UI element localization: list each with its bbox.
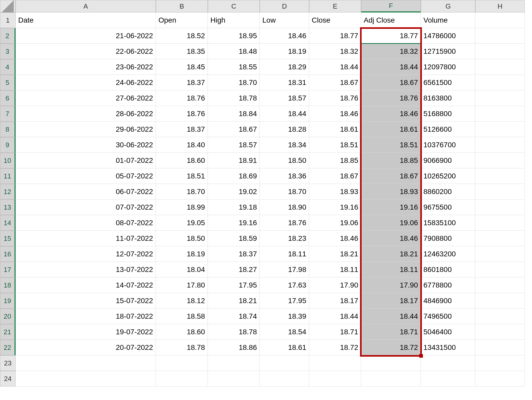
cell-B18[interactable]: 17.80 (156, 277, 208, 293)
cell-E19[interactable]: 18.17 (309, 293, 361, 309)
cell-A2[interactable]: 21-06-2022 (16, 28, 156, 44)
cell-A23[interactable] (16, 355, 156, 371)
cell-D24[interactable] (260, 371, 309, 386)
cell-G2[interactable]: 14786000 (421, 28, 475, 44)
column-header-C[interactable]: C (208, 0, 260, 12)
column-header-A[interactable]: A (16, 0, 156, 12)
cell-B2[interactable]: 18.52 (156, 28, 208, 44)
cell-F2[interactable]: 18.77 (361, 28, 421, 44)
cell-D1[interactable]: Low (260, 12, 309, 28)
row-header-13[interactable]: 13 (0, 199, 16, 215)
cell-H7[interactable] (475, 106, 525, 122)
cell-F10[interactable]: 18.85 (361, 153, 421, 168)
cell-C23[interactable] (208, 355, 260, 371)
cell-B4[interactable]: 18.45 (156, 59, 208, 75)
cell-D4[interactable]: 18.29 (260, 59, 309, 75)
cell-E2[interactable]: 18.77 (309, 28, 361, 44)
cell-A20[interactable]: 18-07-2022 (16, 309, 156, 324)
cell-B20[interactable]: 18.58 (156, 309, 208, 324)
cell-G17[interactable]: 8601800 (421, 262, 475, 277)
column-header-D[interactable]: D (260, 0, 309, 12)
cell-C17[interactable]: 18.27 (208, 262, 260, 277)
cell-H21[interactable] (475, 324, 525, 340)
cell-B12[interactable]: 18.70 (156, 184, 208, 199)
spreadsheet-grid[interactable]: ABCDEFGH1DateOpenHighLowCloseAdj CloseVo… (0, 0, 532, 400)
cell-H13[interactable] (475, 199, 525, 215)
cell-E21[interactable]: 18.71 (309, 324, 361, 340)
cell-A6[interactable]: 27-06-2022 (16, 90, 156, 106)
row-header-21[interactable]: 21 (0, 324, 16, 340)
cell-E23[interactable] (309, 355, 361, 371)
cell-A15[interactable]: 11-07-2022 (16, 231, 156, 246)
cell-D20[interactable]: 18.39 (260, 309, 309, 324)
cell-C20[interactable]: 18.74 (208, 309, 260, 324)
cell-F18[interactable]: 17.90 (361, 277, 421, 293)
row-header-9[interactable]: 9 (0, 137, 16, 153)
cell-A13[interactable]: 07-07-2022 (16, 199, 156, 215)
cell-D16[interactable]: 18.11 (260, 246, 309, 262)
cell-E10[interactable]: 18.85 (309, 153, 361, 168)
cell-D9[interactable]: 18.34 (260, 137, 309, 153)
cell-D8[interactable]: 18.28 (260, 122, 309, 137)
cell-F20[interactable]: 18.44 (361, 309, 421, 324)
cell-D7[interactable]: 18.44 (260, 106, 309, 122)
column-header-G[interactable]: G (421, 0, 475, 12)
cell-B8[interactable]: 18.37 (156, 122, 208, 137)
cell-C8[interactable]: 18.67 (208, 122, 260, 137)
cell-E24[interactable] (309, 371, 361, 386)
cell-H12[interactable] (475, 184, 525, 199)
cell-E12[interactable]: 18.93 (309, 184, 361, 199)
cell-H4[interactable] (475, 59, 525, 75)
cell-A24[interactable] (16, 371, 156, 386)
cell-D17[interactable]: 17.98 (260, 262, 309, 277)
cell-G6[interactable]: 8163800 (421, 90, 475, 106)
cell-C7[interactable]: 18.84 (208, 106, 260, 122)
cell-F4[interactable]: 18.44 (361, 59, 421, 75)
cell-E16[interactable]: 18.21 (309, 246, 361, 262)
row-header-17[interactable]: 17 (0, 262, 16, 277)
cell-D22[interactable]: 18.61 (260, 340, 309, 355)
column-header-F[interactable]: F (361, 0, 421, 12)
cell-E11[interactable]: 18.67 (309, 168, 361, 184)
cell-G18[interactable]: 6778800 (421, 277, 475, 293)
cell-F7[interactable]: 18.46 (361, 106, 421, 122)
cell-F21[interactable]: 18.71 (361, 324, 421, 340)
row-header-24[interactable]: 24 (0, 371, 16, 386)
cell-B21[interactable]: 18.60 (156, 324, 208, 340)
cell-B3[interactable]: 18.35 (156, 44, 208, 59)
cell-A19[interactable]: 15-07-2022 (16, 293, 156, 309)
cell-E13[interactable]: 19.16 (309, 199, 361, 215)
row-header-22[interactable]: 22 (0, 340, 16, 355)
cell-H14[interactable] (475, 215, 525, 231)
cell-H24[interactable] (475, 371, 525, 386)
cell-C19[interactable]: 18.21 (208, 293, 260, 309)
cell-A7[interactable]: 28-06-2022 (16, 106, 156, 122)
cell-F14[interactable]: 19.06 (361, 215, 421, 231)
cell-G3[interactable]: 12715900 (421, 44, 475, 59)
cell-B16[interactable]: 18.19 (156, 246, 208, 262)
cell-H11[interactable] (475, 168, 525, 184)
cell-C13[interactable]: 19.18 (208, 199, 260, 215)
cell-G19[interactable]: 4846900 (421, 293, 475, 309)
cell-A21[interactable]: 19-07-2022 (16, 324, 156, 340)
cell-E1[interactable]: Close (309, 12, 361, 28)
cell-E9[interactable]: 18.51 (309, 137, 361, 153)
cell-C2[interactable]: 18.95 (208, 28, 260, 44)
cell-H5[interactable] (475, 75, 525, 90)
cell-E14[interactable]: 19.06 (309, 215, 361, 231)
cell-C9[interactable]: 18.57 (208, 137, 260, 153)
cell-F6[interactable]: 18.76 (361, 90, 421, 106)
cell-B10[interactable]: 18.60 (156, 153, 208, 168)
cell-H18[interactable] (475, 277, 525, 293)
cell-H20[interactable] (475, 309, 525, 324)
cell-D3[interactable]: 18.19 (260, 44, 309, 59)
cell-G8[interactable]: 5126600 (421, 122, 475, 137)
cell-D10[interactable]: 18.50 (260, 153, 309, 168)
row-header-18[interactable]: 18 (0, 277, 16, 293)
cell-D5[interactable]: 18.31 (260, 75, 309, 90)
cell-A5[interactable]: 24-06-2022 (16, 75, 156, 90)
row-header-16[interactable]: 16 (0, 246, 16, 262)
cell-B1[interactable]: Open (156, 12, 208, 28)
cell-B15[interactable]: 18.50 (156, 231, 208, 246)
cell-B7[interactable]: 18.76 (156, 106, 208, 122)
